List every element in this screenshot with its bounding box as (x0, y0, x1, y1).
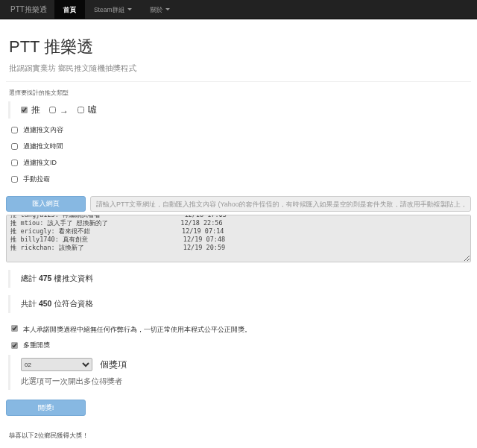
total-count: 475 (39, 274, 52, 283)
filter-option-time[interactable]: 過濾推文時間 (11, 142, 471, 151)
divider (6, 81, 471, 82)
import-url-button[interactable]: 匯入網頁 (6, 196, 86, 212)
filter-option-manual-slot[interactable]: 手動拉霸 (11, 174, 471, 184)
nav-item-home[interactable]: 首頁 (54, 0, 85, 19)
nav-item-steam-group[interactable]: Steam群組 (85, 0, 142, 19)
push-type-row: 推 → 噓 (8, 101, 471, 119)
multi-draw-hint: 此選項可一次開出多位得獎者 (21, 376, 471, 387)
total-pushes-stat: 總計 475 樓推文資料 (8, 270, 471, 288)
nav-item-home-label: 首頁 (63, 0, 76, 19)
multi-draw-checkbox[interactable] (11, 342, 18, 349)
top-navbar: PTT推樂透 首頁 Steam群組 關於 (0, 0, 477, 19)
push-type-push-label: 推 (31, 104, 40, 116)
chevron-down-icon (165, 8, 170, 10)
nav-item-about-label: 關於 (150, 0, 162, 19)
article-url-input[interactable] (90, 196, 471, 212)
multi-draw-label: 多重開獎 (23, 341, 50, 350)
prize-count-block: 02 個獎項 此選項可一次開出多位得獎者 (8, 355, 471, 390)
filter-time-label: 過濾推文時間 (23, 142, 63, 151)
filter-content-checkbox[interactable] (11, 127, 18, 133)
main-container: PTT 推樂透 批踢踢實業坊 鄉民推文隨機抽獎程式 選擇要採計的推文類型 推 →… (0, 36, 477, 448)
push-type-boo[interactable]: 噓 (78, 104, 97, 116)
prize-unit-label: 個獎項 (100, 359, 127, 371)
nav-item-about[interactable]: 關於 (141, 0, 179, 19)
winners-row: loveduck1203 rodnal (9, 445, 471, 448)
prize-select-row: 02 個獎項 (21, 358, 471, 371)
filter-id-checkbox[interactable] (11, 160, 18, 166)
fair-play-agree-option[interactable]: 本人承諾開獎過程中絕無任何作弊行為，一切正常使用本程式公平公正開獎。 (11, 325, 471, 335)
result-section: 恭喜以下2位鄉民獲得大獎！ loveduck1203 rodnal (9, 432, 471, 448)
eligible-suffix: 位符合資格 (54, 299, 93, 308)
page-subtitle: 批踢踢實業坊 鄉民推文隨機抽獎程式 (9, 63, 471, 74)
filter-manual-slot-label: 手動拉霸 (23, 174, 50, 184)
push-type-section-label: 選擇要採計的推文類型 (9, 89, 471, 97)
fair-play-agree-checkbox[interactable] (11, 325, 18, 332)
push-type-boo-label: 噓 (88, 104, 97, 116)
eligible-count: 450 (39, 299, 52, 308)
filter-option-content[interactable]: 過濾推文內容 (11, 125, 471, 135)
total-suffix: 樓推文資料 (54, 274, 93, 283)
filter-id-label: 過濾推文ID (23, 158, 57, 168)
push-type-boo-checkbox[interactable] (78, 107, 84, 113)
filter-option-id[interactable]: 過濾推文ID (11, 158, 471, 168)
import-row: 匯入網頁 (6, 196, 471, 212)
prize-count-select[interactable]: 02 (21, 358, 92, 371)
fair-play-agree-label: 本人承諾開獎過程中絕無任何作弊行為，一切正常使用本程式公平公正開獎。 (23, 325, 251, 335)
page-title: PTT 推樂透 (9, 36, 471, 58)
filter-content-label: 過濾推文內容 (23, 125, 63, 135)
total-prefix: 總計 (21, 274, 37, 283)
push-type-push-checkbox[interactable] (21, 107, 28, 113)
eligible-prefix: 共計 (21, 299, 37, 308)
multi-draw-option[interactable]: 多重開獎 (11, 341, 471, 350)
filter-manual-slot-checkbox[interactable] (11, 176, 18, 183)
nav-item-steam-label: Steam群組 (94, 0, 125, 19)
push-type-arrow[interactable]: → (49, 105, 69, 116)
draw-button[interactable]: 開獎! (6, 400, 86, 416)
result-message: 恭喜以下2位鄉民獲得大獎！ (9, 432, 471, 441)
eligible-users-stat: 共計 450 位符合資格 (8, 295, 471, 313)
push-type-push[interactable]: 推 (21, 104, 40, 116)
navbar-brand[interactable]: PTT推樂透 (0, 0, 54, 19)
push-type-arrow-checkbox[interactable] (49, 107, 56, 113)
filter-time-checkbox[interactable] (11, 143, 18, 150)
pushes-textarea[interactable]: 推 tangja123: 再繼續試看看 12/18 17:03 推 mtiou:… (6, 215, 471, 262)
push-type-arrow-label: → (60, 105, 69, 116)
chevron-down-icon (127, 8, 132, 10)
